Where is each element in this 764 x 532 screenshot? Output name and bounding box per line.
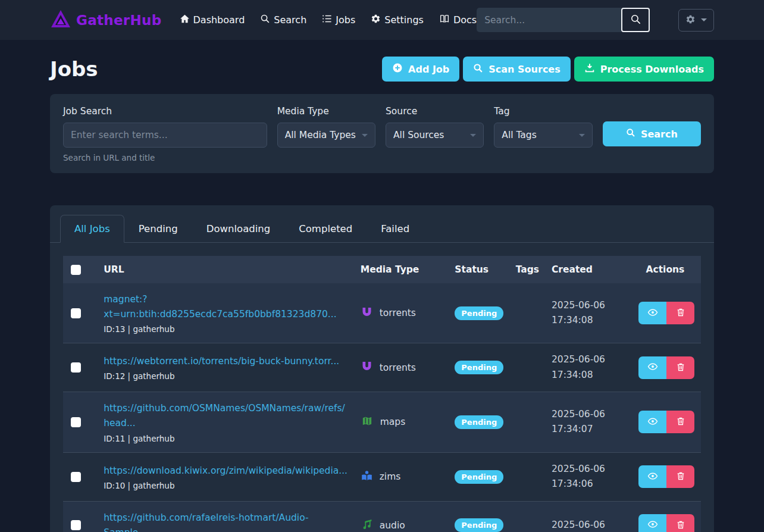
brand[interactable]: GatherHub xyxy=(50,9,162,32)
search-icon xyxy=(260,14,270,26)
media-type-select[interactable]: All Media Types xyxy=(277,123,375,148)
filter-job-search: Job Search Search in URL and title xyxy=(63,106,267,162)
eye-icon xyxy=(647,307,658,320)
view-job-button[interactable] xyxy=(638,302,666,324)
process-downloads-button[interactable]: Process Downloads xyxy=(574,57,714,82)
media-type-cell: zims xyxy=(361,470,443,484)
header-url: URL xyxy=(98,256,355,283)
media-type-text: torrents xyxy=(380,362,416,373)
navbar-settings-dropdown[interactable] xyxy=(678,9,714,32)
nav-item-label: Search xyxy=(274,14,306,26)
job-meta: ID:11 | gatherhub xyxy=(104,434,349,443)
tab-pending[interactable]: Pending xyxy=(124,215,192,243)
job-meta: ID:13 | gatherhub xyxy=(104,324,349,334)
job-url-link[interactable]: https://github.com/OSMNames/OSMNames/raw… xyxy=(104,401,349,431)
header-actions: Add Job Scan Sources Process Downloads xyxy=(382,57,714,82)
tags-cell xyxy=(510,501,546,532)
job-url-link[interactable]: magnet:?xt=urn:btih:dd8255ecdc7ca55fb0bb… xyxy=(104,292,349,322)
magnet-icon xyxy=(361,306,373,321)
view-job-button[interactable] xyxy=(638,514,666,532)
home-icon xyxy=(180,14,190,26)
book-reader-icon xyxy=(361,470,373,484)
jobs-table: URL Media Type Status Tags Created Actio… xyxy=(63,256,701,532)
nav-item-jobs[interactable]: Jobs xyxy=(322,14,355,26)
row-checkbox[interactable] xyxy=(71,417,81,427)
filter-tag: Tag All Tags xyxy=(494,106,592,162)
status-badge: Pending xyxy=(455,306,503,320)
table-row: https://download.kiwix.org/zim/wikipedia… xyxy=(63,452,701,501)
table-row: https://github.com/OSMNames/OSMNames/raw… xyxy=(63,392,701,452)
header-created: Created xyxy=(546,256,633,283)
job-url-link[interactable]: https://github.com/rafaelreis-hotmart/Au… xyxy=(104,511,349,532)
media-type-cell: audio xyxy=(361,518,443,532)
filter-submit: Search xyxy=(603,106,701,162)
nav-item-label: Jobs xyxy=(336,14,355,26)
chevron-down-icon xyxy=(470,134,476,137)
tab-all-jobs[interactable]: All Jobs xyxy=(60,215,124,243)
music-note-icon xyxy=(361,518,373,532)
created-cell: 2025-06-0617:34:08 xyxy=(552,352,627,383)
tags-cell xyxy=(510,283,546,343)
nav-item-settings[interactable]: Settings xyxy=(371,14,424,26)
created-cell: 2025-06-0617:34:08 xyxy=(552,298,627,328)
view-job-button[interactable] xyxy=(638,465,666,488)
gear-icon xyxy=(371,14,381,26)
tags-cell xyxy=(510,392,546,452)
job-search-help: Search in URL and title xyxy=(63,153,267,162)
row-checkbox[interactable] xyxy=(71,362,81,373)
row-checkbox[interactable] xyxy=(71,472,81,482)
delete-job-button[interactable] xyxy=(666,356,694,379)
tags-cell xyxy=(510,343,546,392)
chevron-down-icon xyxy=(579,134,585,137)
media-type-cell: torrents xyxy=(361,360,443,375)
delete-job-button[interactable] xyxy=(666,411,694,433)
scan-sources-label: Scan Sources xyxy=(489,64,560,75)
navbar-search-button[interactable] xyxy=(621,8,650,32)
source-select[interactable]: All Sources xyxy=(386,123,484,148)
filter-search-button[interactable]: Search xyxy=(603,121,701,146)
gatherhub-logo-icon xyxy=(50,9,71,32)
table-row: https://github.com/rafaelreis-hotmart/Au… xyxy=(63,501,701,532)
row-actions xyxy=(638,411,694,433)
nav-item-label: Docs xyxy=(453,14,477,26)
search-icon xyxy=(630,14,641,27)
nav-item-dashboard[interactable]: Dashboard xyxy=(180,14,245,26)
tags-cell xyxy=(510,452,546,501)
job-url-link[interactable]: https://download.kiwix.org/zim/wikipedia… xyxy=(104,464,349,478)
status-badge: Pending xyxy=(455,470,503,484)
row-checkbox[interactable] xyxy=(71,308,81,318)
tag-select[interactable]: All Tags xyxy=(494,123,592,148)
tab-completed[interactable]: Completed xyxy=(284,215,367,243)
header-actions: Actions xyxy=(633,256,701,283)
jobs-table-wrapper: URL Media Type Status Tags Created Actio… xyxy=(50,243,714,532)
row-checkbox[interactable] xyxy=(71,520,81,530)
job-url-link[interactable]: https://webtorrent.io/torrents/big-buck-… xyxy=(104,354,349,369)
plus-circle-icon xyxy=(392,62,403,76)
view-job-button[interactable] xyxy=(638,411,666,433)
delete-job-button[interactable] xyxy=(666,514,694,532)
nav-item-docs[interactable]: Docs xyxy=(439,14,477,26)
download-icon xyxy=(584,62,595,76)
view-job-button[interactable] xyxy=(638,356,666,379)
job-search-input[interactable] xyxy=(63,123,267,148)
list-icon xyxy=(322,14,332,26)
tag-label: Tag xyxy=(494,106,592,117)
nav-item-label: Settings xyxy=(384,14,424,26)
tab-failed[interactable]: Failed xyxy=(367,215,424,243)
search-icon xyxy=(626,128,635,140)
delete-job-button[interactable] xyxy=(666,465,694,488)
tab-downloading[interactable]: Downloading xyxy=(192,215,285,243)
process-downloads-label: Process Downloads xyxy=(600,64,704,75)
trash-icon xyxy=(676,362,685,374)
jobs-card: All Jobs Pending Downloading Completed F… xyxy=(50,205,714,532)
add-job-button[interactable]: Add Job xyxy=(382,57,459,82)
search-icon xyxy=(473,63,483,76)
map-icon xyxy=(361,415,374,430)
delete-job-button[interactable] xyxy=(666,302,694,324)
nav-item-search[interactable]: Search xyxy=(260,14,306,26)
select-all-checkbox[interactable] xyxy=(71,265,81,275)
scan-sources-button[interactable]: Scan Sources xyxy=(463,57,570,82)
created-cell: 2025-06-06 xyxy=(552,518,627,532)
job-meta: ID:10 | gatherhub xyxy=(104,481,349,490)
navbar-search-input[interactable] xyxy=(477,8,621,32)
